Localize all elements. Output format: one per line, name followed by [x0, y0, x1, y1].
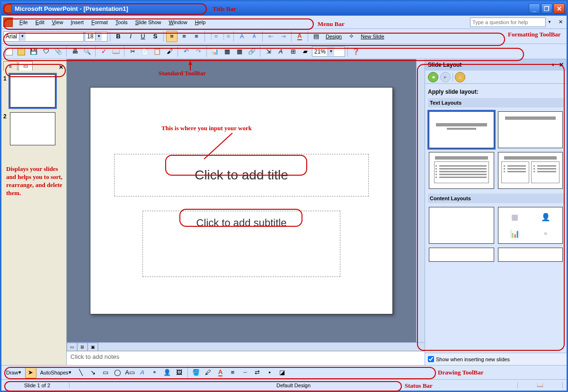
- status-spelling-icon[interactable]: 📖: [518, 382, 563, 388]
- show-when-inserting-checkbox[interactable]: [428, 356, 434, 362]
- research-button[interactable]: 📖: [110, 46, 122, 57]
- help-button[interactable]: ❓: [350, 46, 362, 57]
- wordart-button[interactable]: A: [137, 367, 148, 378]
- slideshow-view-button[interactable]: ▣: [88, 343, 98, 351]
- menu-slideshow[interactable]: Slide Show: [131, 18, 165, 27]
- new-slide-button[interactable]: New Slide: [358, 31, 387, 42]
- sorter-view-button[interactable]: ⊞: [77, 343, 88, 351]
- new-file-button[interactable]: [3, 46, 15, 57]
- outline-tab[interactable]: ≡: [3, 61, 18, 71]
- dropdown-arrow-icon[interactable]: ▼: [328, 47, 334, 56]
- dropdown-arrow-icon[interactable]: ▼: [95, 32, 102, 41]
- spelling-button[interactable]: ✓: [98, 46, 109, 57]
- numbered-list-button[interactable]: ⋮≡: [207, 31, 219, 42]
- select-objects-button[interactable]: ➤: [25, 367, 36, 378]
- line-color-button[interactable]: 🖊: [203, 367, 214, 378]
- save-button[interactable]: 💾: [28, 46, 39, 57]
- taskpane-home-button[interactable]: ⌂: [455, 72, 465, 82]
- subtitle-placeholder[interactable]: Click to add subtitle: [142, 211, 340, 277]
- dash-style-button[interactable]: ┈: [240, 367, 251, 378]
- menu-tools[interactable]: Tools: [112, 18, 132, 27]
- font-color-button[interactable]: A: [294, 31, 305, 42]
- layout-title-only[interactable]: [498, 111, 563, 148]
- design-button[interactable]: Design: [323, 31, 345, 42]
- minimize-button[interactable]: _: [529, 3, 540, 14]
- panel-close-button[interactable]: ✕: [59, 64, 63, 71]
- align-right-button[interactable]: ≡: [191, 31, 202, 42]
- layout-content[interactable]: ▦ 👤 📊 ⚬: [498, 207, 563, 244]
- menu-window[interactable]: Window: [165, 18, 191, 27]
- menu-insert[interactable]: Insert: [67, 18, 88, 27]
- arrow-style-button[interactable]: ⇄: [252, 367, 263, 378]
- document-close-button[interactable]: ✕: [556, 18, 565, 27]
- color-grayscale-button[interactable]: ▰: [300, 46, 311, 57]
- show-grid-button[interactable]: ⊞: [287, 46, 299, 57]
- undo-button[interactable]: ↶: [180, 46, 192, 57]
- taskpane-header[interactable]: Slide Layout ▼ ✕: [425, 59, 567, 71]
- rectangle-tool-button[interactable]: ▭: [100, 367, 111, 378]
- copy-button[interactable]: 📄: [139, 46, 151, 57]
- insert-hyperlink-button[interactable]: 🔗: [246, 46, 257, 57]
- textbox-button[interactable]: A▭: [124, 367, 136, 378]
- layout-title-text[interactable]: [429, 152, 494, 189]
- layout-title-slide[interactable]: [429, 111, 494, 148]
- app-menu-icon[interactable]: [3, 18, 13, 27]
- format-painter-button[interactable]: 🖌: [164, 46, 175, 57]
- menu-format[interactable]: Format: [88, 18, 112, 27]
- diagram-button[interactable]: ⚬: [149, 367, 160, 378]
- design-button-icon[interactable]: ▤: [311, 31, 322, 42]
- font-size-combo[interactable]: 18 ▼: [85, 31, 107, 42]
- layout-content-row2[interactable]: [498, 248, 563, 262]
- bullet-list-button[interactable]: ⋮≡: [220, 31, 231, 42]
- increase-indent-button[interactable]: ⇥: [277, 31, 289, 42]
- bold-button[interactable]: B: [113, 31, 124, 42]
- shadow-button[interactable]: S: [150, 31, 161, 42]
- help-search-input[interactable]: [470, 18, 546, 27]
- slide-thumbnail-1[interactable]: [10, 74, 55, 107]
- maximize-button[interactable]: ❐: [541, 3, 552, 14]
- 3d-style-button[interactable]: ◪: [276, 367, 288, 378]
- expand-all-button[interactable]: ⇲: [263, 46, 274, 57]
- align-left-button[interactable]: ≡: [166, 31, 178, 42]
- fill-color-button[interactable]: 🪣: [190, 367, 202, 378]
- slides-tab[interactable]: ▭: [18, 61, 33, 71]
- close-button[interactable]: ✕: [553, 3, 565, 14]
- horizontal-scrollbar[interactable]: [98, 343, 425, 351]
- autoshapes-menu[interactable]: AutoShapes ▾: [37, 367, 74, 378]
- increase-font-button[interactable]: A: [236, 31, 248, 42]
- menu-edit[interactable]: Edit: [32, 18, 48, 27]
- help-search[interactable]: [470, 18, 546, 27]
- oval-tool-button[interactable]: ◯: [112, 367, 124, 378]
- taskpane-back-button[interactable]: ◄: [428, 72, 438, 82]
- line-tool-button[interactable]: ╲: [75, 367, 87, 378]
- cut-button[interactable]: ✂: [127, 46, 138, 57]
- zoom-combo[interactable]: 21% ▼: [312, 46, 345, 57]
- print-button[interactable]: 🖶: [69, 46, 80, 57]
- notes-pane[interactable]: Click to add notes: [67, 351, 425, 365]
- layout-title-two-text[interactable]: [498, 152, 563, 189]
- decrease-indent-button[interactable]: ⇤: [265, 31, 276, 42]
- taskpane-forward-button[interactable]: ►: [440, 72, 451, 82]
- vertical-scrollbar[interactable]: [416, 59, 425, 342]
- taskpane-close-button[interactable]: ✕: [559, 62, 564, 68]
- insert-table-button[interactable]: ▦: [222, 46, 233, 57]
- title-placeholder[interactable]: Click to add title: [114, 154, 369, 196]
- font-color-button-draw[interactable]: A: [215, 367, 226, 378]
- email-button[interactable]: 📎: [53, 46, 64, 57]
- open-file-button[interactable]: [16, 46, 27, 57]
- layout-content-row[interactable]: [429, 248, 494, 262]
- italic-button[interactable]: I: [125, 31, 136, 42]
- draw-menu[interactable]: Draw ▾: [3, 367, 24, 378]
- insert-chart-button[interactable]: 📊: [209, 46, 221, 57]
- new-slide-icon[interactable]: ✧: [346, 31, 357, 42]
- dropdown-arrow-icon[interactable]: ▼: [19, 32, 26, 41]
- picture-button[interactable]: 🖼: [174, 367, 185, 378]
- clipart-button[interactable]: 👤: [161, 367, 173, 378]
- slide-thumbnail-2[interactable]: [10, 112, 55, 145]
- permission-button[interactable]: 🛡: [40, 46, 52, 57]
- arrow-tool-button[interactable]: ↘: [88, 367, 99, 378]
- font-name-combo[interactable]: Arial ▼: [3, 31, 84, 42]
- taskpane-dropdown-icon[interactable]: ▼: [551, 62, 555, 67]
- slide-canvas[interactable]: Click to add title Click to add subtitle: [90, 87, 393, 314]
- redo-button[interactable]: ↷: [193, 46, 204, 57]
